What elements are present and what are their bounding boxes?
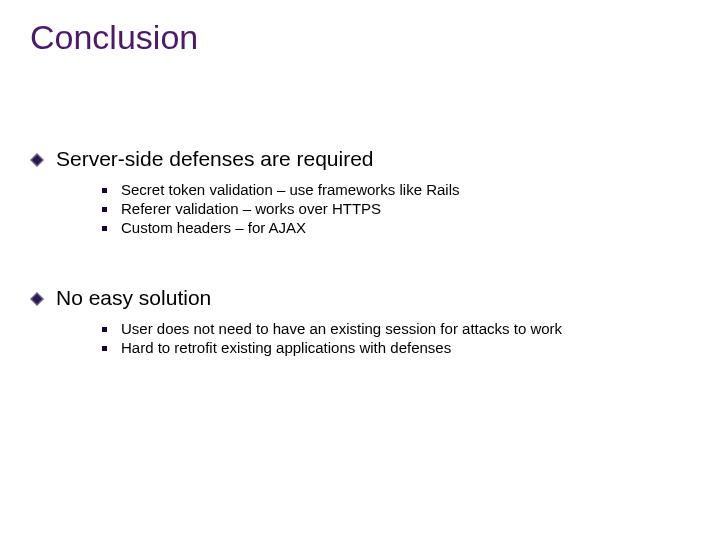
slide-title: Conclusion xyxy=(30,18,690,57)
slide: Conclusion Server-side defenses are requ… xyxy=(0,0,720,540)
sub-bullet-item: Secret token validation – use frameworks… xyxy=(102,181,690,198)
square-icon xyxy=(102,226,107,231)
diamond-icon xyxy=(30,153,44,167)
bullet-text: No easy solution xyxy=(56,286,211,310)
sub-bullet-text: Secret token validation – use frameworks… xyxy=(121,181,459,198)
sub-bullet-text: User does not need to have an existing s… xyxy=(121,320,562,337)
diamond-icon xyxy=(30,292,44,306)
sub-bullet-text: Hard to retrofit existing applications w… xyxy=(121,339,451,356)
sub-bullet-item: Hard to retrofit existing applications w… xyxy=(102,339,690,356)
square-icon xyxy=(102,188,107,193)
bullet-item: No easy solution xyxy=(30,286,690,310)
bullet-item: Server-side defenses are required xyxy=(30,147,690,171)
sub-list: Secret token validation – use frameworks… xyxy=(102,181,690,236)
square-icon xyxy=(102,207,107,212)
sub-list: User does not need to have an existing s… xyxy=(102,320,690,356)
sub-bullet-item: Custom headers – for AJAX xyxy=(102,219,690,236)
sub-bullet-text: Referer validation – works over HTTPS xyxy=(121,200,381,217)
bullet-text: Server-side defenses are required xyxy=(56,147,374,171)
sub-bullet-item: User does not need to have an existing s… xyxy=(102,320,690,337)
sub-bullet-item: Referer validation – works over HTTPS xyxy=(102,200,690,217)
square-icon xyxy=(102,346,107,351)
sub-bullet-text: Custom headers – for AJAX xyxy=(121,219,306,236)
square-icon xyxy=(102,327,107,332)
